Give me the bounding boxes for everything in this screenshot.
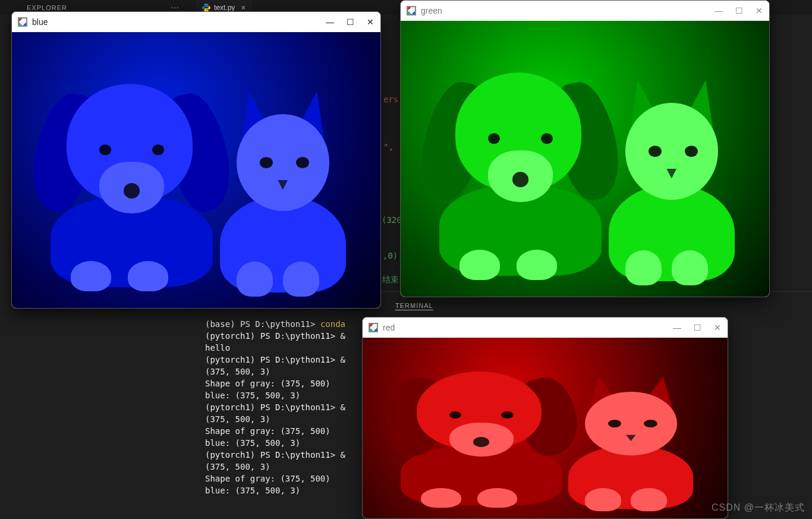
image-canvas-red (363, 338, 728, 519)
maximize-button[interactable]: ☐ (693, 323, 701, 332)
window-red[interactable]: red — ☐ ✕ (362, 317, 728, 519)
close-button[interactable]: ✕ (366, 18, 374, 26)
window-blue[interactable]: blue — ☐ ✕ (11, 11, 381, 309)
window-title-red: red (383, 323, 395, 332)
opencv-icon (369, 323, 378, 332)
code-frag-4: ,0) (383, 251, 398, 260)
code-frag-2: ", (383, 142, 394, 152)
python-icon (202, 4, 210, 12)
close-button[interactable]: ✕ (713, 323, 722, 332)
minimize-button[interactable]: — (673, 323, 681, 332)
titlebar-green[interactable]: green — ☐ ✕ (401, 1, 769, 21)
image-canvas-green (401, 21, 769, 297)
maximize-button[interactable]: ☐ (346, 18, 354, 26)
window-title-blue: blue (32, 17, 48, 27)
opencv-icon (18, 17, 27, 27)
window-title-green: green (421, 6, 442, 15)
code-frag-3: (320 (382, 215, 402, 225)
svg-point-0 (204, 4, 205, 5)
window-green[interactable]: green — ☐ ✕ (400, 0, 770, 297)
minimize-button[interactable]: — (715, 7, 723, 15)
opencv-icon (407, 6, 416, 15)
code-frag-5: 结束 (382, 275, 399, 285)
titlebar-blue[interactable]: blue — ☐ ✕ (12, 12, 380, 32)
titlebar-red[interactable]: red — ☐ ✕ (363, 317, 728, 338)
close-button[interactable]: ✕ (755, 7, 763, 15)
terminal-tab-label[interactable]: TERMINAL (395, 302, 433, 309)
explorer-label: EXPLORER (27, 4, 67, 11)
explorer-overflow-icon[interactable]: ··· (171, 2, 180, 12)
minimize-button[interactable]: — (326, 18, 334, 26)
watermark: CSDN @一杯冰美式 (712, 502, 805, 514)
image-canvas-blue (12, 32, 380, 309)
maximize-button[interactable]: ☐ (735, 7, 743, 15)
editor-tab-filename: text.py (214, 4, 235, 12)
